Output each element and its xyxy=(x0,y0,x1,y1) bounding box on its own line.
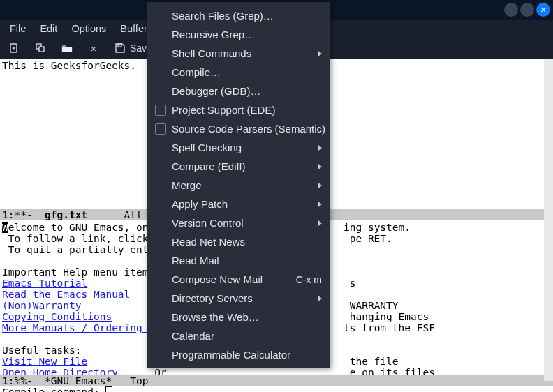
link-more-manuals[interactable]: More Manuals / Ordering Ma xyxy=(2,322,161,333)
menu-item-compare-ediff[interactable]: Compare (Ediff) xyxy=(147,157,330,176)
menu-item-browse-the-web[interactable]: Browse the Web… xyxy=(147,308,330,326)
link-visit-file[interactable]: Visit New File xyxy=(2,356,87,367)
link-home-dir[interactable]: Open Home Directory xyxy=(2,367,118,375)
menu-item-read-mail[interactable]: Read Mail xyxy=(147,251,330,270)
menu-item-debugger-gdb[interactable]: Debugger (GDB)… xyxy=(147,82,330,100)
link-manual[interactable]: Read the Emacs Manual xyxy=(2,289,130,300)
close-button[interactable] xyxy=(536,3,550,17)
minibuffer-prompt: Compile command: xyxy=(2,386,105,392)
menu-item-label: Version Control xyxy=(172,217,244,229)
menu-item-label: Debugger (GDB)… xyxy=(172,85,261,97)
menu-item-label: Shell Commands xyxy=(172,47,251,59)
menu-item-programmable-calculator[interactable]: Programmable Calculator xyxy=(147,345,330,364)
link-warranty[interactable]: (Non)Warranty xyxy=(2,300,82,311)
buffer-text: This is GeeksforGeeks. xyxy=(2,60,136,71)
menu-item-label: Compile… xyxy=(172,66,221,78)
menu-item-apply-patch[interactable]: Apply Patch xyxy=(147,195,330,213)
menu-item-version-control[interactable]: Version Control xyxy=(147,213,330,232)
window-controls xyxy=(504,3,550,17)
menu-item-label: Source Code Parsers (Semantic) xyxy=(172,123,325,135)
svg-rect-2 xyxy=(39,47,44,52)
menu-edit[interactable]: Edit xyxy=(33,20,64,37)
scrollbar[interactable] xyxy=(544,59,553,381)
menu-item-recursive-grep[interactable]: Recursive Grep… xyxy=(147,25,330,44)
menu-item-shell-commands[interactable]: Shell Commands xyxy=(147,44,330,63)
menu-item-label: Compose New Mail xyxy=(172,273,263,285)
tools-menu-dropdown: Search Files (Grep)…Recursive Grep…Shell… xyxy=(147,2,330,368)
menu-item-label: Calendar xyxy=(172,330,214,342)
link-tutorial[interactable]: Emacs Tutorial xyxy=(2,278,87,289)
menu-item-label: Recursive Grep… xyxy=(172,29,255,40)
open-file-icon[interactable] xyxy=(35,43,46,54)
checkbox-icon xyxy=(155,105,166,116)
svg-rect-5 xyxy=(118,44,121,47)
menu-item-spell-checking[interactable]: Spell Checking xyxy=(147,138,330,157)
menu-item-calendar[interactable]: Calendar xyxy=(147,326,330,345)
menu-item-label: Read Net News xyxy=(172,236,245,248)
menu-item-label: Apply Patch xyxy=(172,198,228,210)
menu-item-compile[interactable]: Compile… xyxy=(147,63,330,82)
menu-item-label: Spell Checking xyxy=(172,142,242,153)
menu-item-label: Compare (Ediff) xyxy=(172,160,246,172)
close-file-icon[interactable]: × xyxy=(88,43,99,54)
menu-item-merge[interactable]: Merge xyxy=(147,176,330,195)
new-file-icon[interactable] xyxy=(8,43,20,54)
svg-rect-3 xyxy=(62,45,66,47)
svg-rect-4 xyxy=(62,47,72,52)
menu-item-label: Search Files (Grep)… xyxy=(172,10,274,22)
menu-shortcut: C-x m xyxy=(296,274,322,285)
menu-item-label: Directory Servers xyxy=(172,292,253,304)
menu-item-label: Browse the Web… xyxy=(172,311,259,323)
maximize-button[interactable] xyxy=(520,3,534,17)
minibuffer[interactable]: Compile command: xyxy=(0,386,553,392)
menu-item-compose-new-mail[interactable]: Compose New MailC-x m xyxy=(147,270,330,289)
menu-item-source-code-parsers-semantic[interactable]: Source Code Parsers (Semantic) xyxy=(147,119,330,138)
menu-file[interactable]: File xyxy=(3,20,33,37)
menu-item-label: Project Support (EDE) xyxy=(172,104,275,116)
menu-item-label: Merge xyxy=(172,179,202,191)
minimize-button[interactable] xyxy=(504,3,518,17)
cursor-icon xyxy=(105,386,112,392)
menu-item-read-net-news[interactable]: Read Net News xyxy=(147,232,330,251)
save-icon xyxy=(115,43,126,54)
menu-options[interactable]: Options xyxy=(64,20,113,37)
checkbox-icon xyxy=(155,123,166,135)
menu-item-search-files-grep[interactable]: Search Files (Grep)… xyxy=(147,6,330,25)
folder-icon[interactable] xyxy=(61,43,73,54)
menu-item-label: Programmable Calculator xyxy=(172,349,290,361)
menu-item-directory-servers[interactable]: Directory Servers xyxy=(147,289,330,308)
menu-item-project-support-ede[interactable]: Project Support (EDE) xyxy=(147,100,330,119)
modeline-gnu-emacs: 1:%%- *GNU Emacs* Top xyxy=(0,375,553,386)
menu-item-label: Read Mail xyxy=(172,255,219,266)
link-copying[interactable]: Copying Conditions xyxy=(2,311,112,322)
cursor-pos: W xyxy=(2,222,8,233)
